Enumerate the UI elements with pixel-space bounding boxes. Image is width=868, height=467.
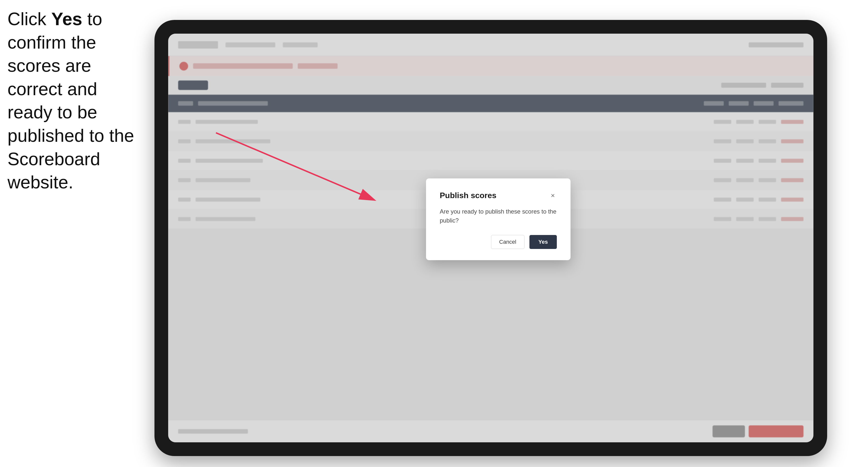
dialog-title: Publish scores: [440, 191, 497, 200]
dialog-overlay: Publish scores × Are you ready to publis…: [168, 34, 813, 442]
instruction-part2: to confirm the scores are correct and re…: [7, 9, 134, 192]
instruction-bold: Yes: [51, 9, 82, 29]
publish-scores-dialog: Publish scores × Are you ready to publis…: [426, 179, 570, 260]
yes-button[interactable]: Yes: [529, 235, 557, 249]
instruction-text: Click Yes to confirm the scores are corr…: [7, 7, 137, 194]
dialog-footer: Cancel Yes: [440, 235, 557, 249]
tablet-screen: Publish scores × Are you ready to publis…: [168, 34, 813, 442]
dialog-body-text: Are you ready to publish these scores to…: [440, 207, 557, 225]
cancel-button[interactable]: Cancel: [491, 235, 524, 249]
dialog-close-button[interactable]: ×: [549, 192, 557, 199]
instruction-part1: Click: [7, 9, 51, 29]
dialog-header: Publish scores ×: [440, 191, 557, 200]
tablet-device: Publish scores × Are you ready to publis…: [154, 20, 827, 456]
